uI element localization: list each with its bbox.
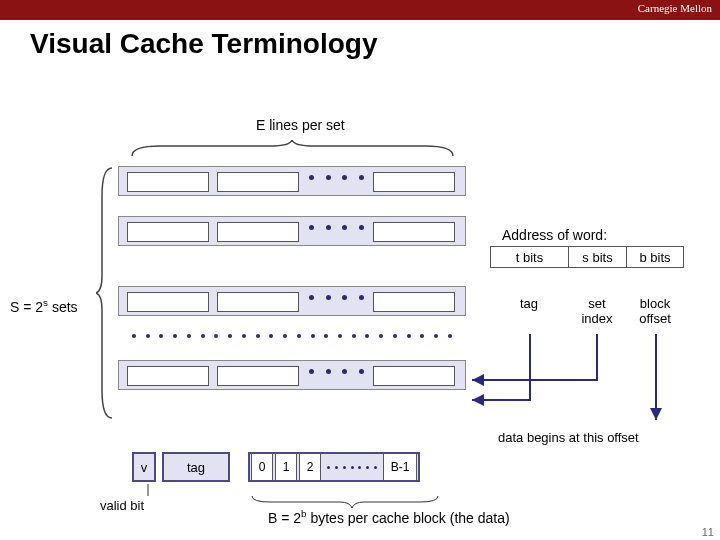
line-cell — [127, 172, 209, 192]
hdots-icon — [309, 369, 364, 374]
set-row — [118, 360, 466, 390]
data-bytes: 0 1 2 B-1 — [248, 452, 420, 482]
lines-per-set-label: E lines per set — [256, 117, 345, 133]
line-cell — [373, 172, 455, 192]
line-cell — [127, 292, 209, 312]
line-cell — [373, 222, 455, 242]
valid-bit-label: valid bit — [100, 498, 144, 513]
page-number: 11 — [702, 526, 714, 538]
line-cell — [217, 172, 299, 192]
byte-cell: 0 — [251, 454, 273, 480]
line-cell — [127, 222, 209, 242]
line-cell — [217, 292, 299, 312]
line-cell — [217, 222, 299, 242]
vdots-icon — [118, 334, 466, 338]
offset-note: data begins at this offset — [498, 430, 639, 445]
valid-bit-box: v — [132, 452, 156, 482]
line-cell — [373, 366, 455, 386]
set-row — [118, 286, 466, 316]
line-cell — [127, 366, 209, 386]
cache-line-detail: v tag 0 1 2 B-1 — [132, 452, 420, 482]
hdots-icon — [322, 466, 382, 469]
byte-cell: B-1 — [383, 454, 417, 480]
address-table: t bits s bits b bits — [490, 246, 684, 268]
hdots-icon — [309, 175, 364, 180]
vbrace-icon — [96, 166, 114, 420]
brand-bar: Carnegie Mellon — [0, 0, 720, 20]
sets-label: S = 2s sets — [10, 297, 78, 315]
hdots-icon — [309, 225, 364, 230]
b-bits-cell: b bits — [626, 246, 684, 268]
set-row — [118, 216, 466, 246]
set-row — [118, 166, 466, 196]
slide-title: Visual Cache Terminology — [30, 28, 720, 60]
line-cell — [373, 292, 455, 312]
hdots-icon — [309, 295, 364, 300]
byte-cell: 1 — [275, 454, 297, 480]
byte-cell: 2 — [299, 454, 321, 480]
block-offset-label: block offset — [626, 296, 684, 326]
tag-label: tag — [490, 296, 568, 326]
t-bits-cell: t bits — [490, 246, 568, 268]
hbrace-icon — [130, 140, 455, 158]
address-title: Address of word: — [502, 227, 607, 243]
line-cell — [217, 366, 299, 386]
address-labels: tag set index block offset — [490, 296, 684, 326]
bytes-per-block-label: B = 2b bytes per cache block (the data) — [268, 508, 510, 526]
set-index-label: set index — [568, 296, 626, 326]
s-bits-cell: s bits — [568, 246, 626, 268]
brand-label: Carnegie Mellon — [638, 2, 712, 14]
tag-box: tag — [162, 452, 230, 482]
